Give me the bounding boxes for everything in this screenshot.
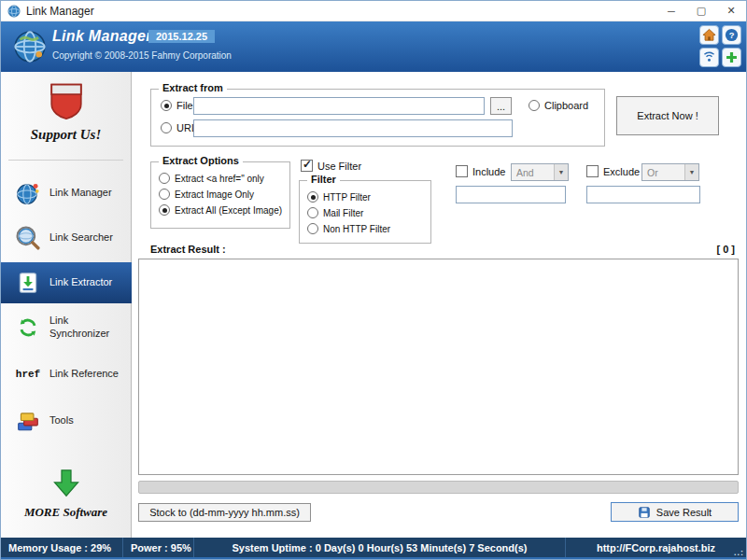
- browse-button[interactable]: ...: [490, 97, 512, 115]
- clipboard-radio[interactable]: Clipboard: [529, 100, 588, 111]
- save-icon: [638, 506, 651, 519]
- system-uptime-status: System Uptime : 0 Day(s) 0 Hour(s) 53 Mi…: [194, 538, 566, 557]
- radio-indicator: [159, 173, 170, 184]
- header-quick-icons: ?: [699, 25, 741, 67]
- sync-icon: [16, 315, 40, 340]
- window-bottom-border: [1, 557, 746, 559]
- radio-indicator: [159, 189, 170, 200]
- header-banner: Link Manager 2015.12.25 Copyright © 2008…: [1, 21, 746, 72]
- svg-text:?: ?: [729, 31, 735, 40]
- extract-result-count: [ 0 ]: [716, 244, 735, 255]
- memory-usage-status: Memory Usage : 29%: [1, 538, 123, 557]
- support-us-label: Support Us!: [1, 127, 131, 143]
- sidebar-item-label: Link Synchronizer: [49, 315, 119, 341]
- extract-href-only-radio[interactable]: Extract <a href=" only: [159, 173, 264, 184]
- network-signal-icon[interactable]: [699, 48, 719, 67]
- add-software-icon[interactable]: [722, 48, 741, 67]
- sidebar-divider: [8, 160, 123, 161]
- down-arrow-icon: [52, 468, 80, 498]
- window-title: Link Manager: [26, 5, 94, 18]
- radio-indicator: [529, 100, 540, 111]
- sidebar-item-label: Link Extractor: [49, 276, 119, 289]
- sidebar-item-label: Link Manager: [49, 187, 119, 200]
- extract-from-legend: Extract from: [159, 82, 227, 93]
- main-panel: Extract from File ... Clipboard URL Extr…: [133, 72, 746, 538]
- radio-indicator: [307, 207, 318, 218]
- extract-icon: [16, 271, 40, 295]
- url-radio[interactable]: URL: [161, 122, 197, 133]
- href-icon: href: [16, 362, 40, 386]
- sidebar-item-link-reference[interactable]: href Link Reference: [1, 354, 132, 395]
- sidebar: Support Us! Link Manager Link Searcher L…: [1, 72, 132, 538]
- more-software-button[interactable]: MORE Software: [1, 468, 131, 520]
- file-path-input[interactable]: [193, 97, 485, 115]
- exclude-pattern-input[interactable]: [586, 186, 700, 203]
- radio-indicator: [307, 223, 318, 234]
- tools-icon: [16, 409, 40, 433]
- checkbox-indicator: [456, 165, 468, 177]
- sidebar-item-link-manager[interactable]: Link Manager: [1, 173, 132, 214]
- mail-filter-radio[interactable]: Mail Filter: [307, 207, 363, 218]
- sidebar-item-label: Link Reference: [49, 368, 119, 381]
- save-result-button[interactable]: Save Result: [611, 502, 739, 522]
- more-software-label: MORE Software: [1, 505, 131, 520]
- progress-bar: [138, 481, 739, 494]
- url-input[interactable]: [193, 119, 513, 137]
- use-filter-checkbox[interactable]: Use Filter: [301, 160, 361, 172]
- sidebar-item-tools[interactable]: Tools: [1, 400, 132, 441]
- extract-options-legend: Extract Options: [159, 155, 243, 166]
- extract-result-list[interactable]: [138, 259, 739, 475]
- info-icon[interactable]: ?: [722, 25, 741, 45]
- close-button[interactable]: ✕: [716, 1, 746, 21]
- extract-now-button[interactable]: Extract Now !: [616, 96, 719, 135]
- magnifier-icon: [16, 226, 40, 250]
- app-logo-globe-icon: [13, 30, 47, 63]
- copyright-text: Copyright © 2008-2015 Fahmy Corporation: [52, 50, 232, 61]
- link-manager-window: Link Manager ─ ▢ ✕ Link Manager 2015.12.…: [0, 0, 747, 560]
- exclude-checkbox[interactable]: Exclude: [586, 165, 640, 177]
- file-radio[interactable]: File: [161, 100, 193, 111]
- exclude-operator-select[interactable]: Or ▼: [641, 163, 699, 181]
- filter-group: Filter HTTP Filter Mail Filter Non HTTP …: [299, 180, 431, 244]
- resize-grip[interactable]: ..:: [734, 548, 744, 557]
- sidebar-item-link-synchronizer[interactable]: Link Synchronizer: [1, 307, 132, 348]
- app-title: Link Manager: [52, 28, 152, 45]
- support-shield-icon: [47, 79, 86, 122]
- http-filter-radio[interactable]: HTTP Filter: [307, 191, 371, 203]
- include-pattern-input[interactable]: [456, 186, 566, 203]
- status-bar: Memory Usage : 29% Power : 95% System Up…: [1, 538, 746, 557]
- stock-to-button[interactable]: Stock to (dd-mm-yyyy hh.mm.ss): [138, 503, 311, 522]
- sidebar-item-label: Link Searcher: [49, 231, 119, 245]
- sidebar-item-link-searcher[interactable]: Link Searcher: [1, 217, 132, 259]
- extract-image-only-radio[interactable]: Extract Image Only: [159, 189, 254, 200]
- extract-all-radio[interactable]: Extract All (Except Image): [159, 204, 282, 216]
- radio-indicator: [307, 191, 318, 203]
- minimize-button[interactable]: ─: [656, 1, 686, 21]
- globe-icon: [7, 5, 21, 18]
- sidebar-item-label: Tools: [49, 414, 119, 427]
- chevron-down-icon: ▼: [684, 164, 698, 180]
- extract-options-group: Extract Options Extract <a href=" only E…: [150, 161, 290, 229]
- support-us-button[interactable]: Support Us!: [1, 79, 131, 143]
- include-operator-select[interactable]: And ▼: [511, 163, 569, 181]
- include-checkbox[interactable]: Include: [456, 165, 505, 177]
- version-badge: 2015.12.25: [148, 30, 215, 43]
- home-icon[interactable]: [699, 25, 719, 45]
- sidebar-item-link-extractor[interactable]: Link Extractor: [1, 262, 132, 303]
- checkbox-indicator: [301, 160, 313, 172]
- filter-legend: Filter: [307, 174, 340, 185]
- globe-icon: [16, 181, 40, 205]
- save-result-label: Save Result: [656, 507, 712, 518]
- radio-indicator: [161, 122, 172, 133]
- radio-indicator: [159, 204, 170, 216]
- extract-from-group: Extract from File ... Clipboard URL: [150, 89, 605, 147]
- checkbox-indicator: [586, 165, 599, 177]
- extract-result-label: Extract Result :: [150, 244, 226, 255]
- power-status: Power : 95%: [123, 538, 194, 557]
- website-link[interactable]: http://FCorp.rajahost.biz: [566, 538, 746, 557]
- radio-indicator: [161, 100, 172, 111]
- non-http-filter-radio[interactable]: Non HTTP Filter: [307, 223, 390, 234]
- titlebar: Link Manager ─ ▢ ✕: [1, 1, 746, 21]
- maximize-button[interactable]: ▢: [686, 1, 716, 21]
- chevron-down-icon: ▼: [554, 164, 568, 180]
